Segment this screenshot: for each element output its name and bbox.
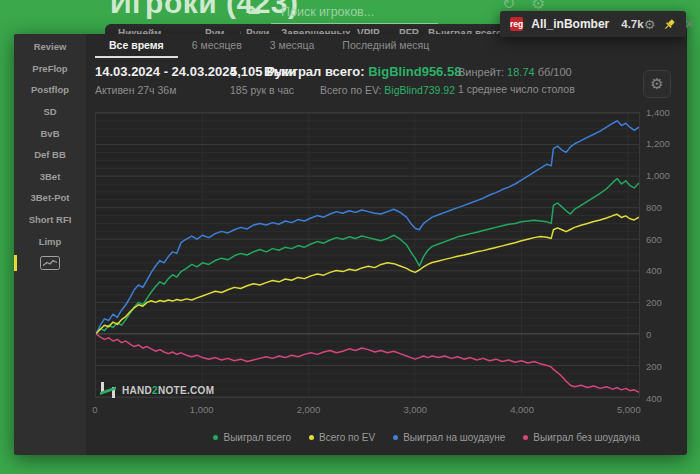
legend-label: Всего по EV [319, 432, 375, 443]
player-popup-header: reg All_inBomber 4.7k ⚙ ✕ [500, 11, 686, 37]
legend-dot-icon [213, 435, 218, 440]
hand2note-logo-icon [100, 382, 116, 398]
active-time: Активен 27ч 36м [95, 84, 237, 96]
sidebar-item-review[interactable]: Review [14, 36, 86, 58]
hand2note-logo: HAND2NOTE.COM [100, 382, 214, 398]
y-axis-labels: 1,4001,2001,0008006004002000200400 [646, 112, 694, 398]
sidebar-item-limp[interactable]: Limp [14, 230, 86, 252]
y-tick-label: 400 [646, 265, 662, 276]
search-box [271, 1, 438, 24]
close-icon[interactable]: ✕ [684, 17, 694, 31]
y-tick-label: 1,000 [646, 170, 670, 181]
popup-gear-icon[interactable]: ⚙ [644, 17, 656, 32]
y-tick-label: 1,200 [646, 138, 670, 149]
sidebar-item-def-bb[interactable]: Def BB [14, 144, 86, 166]
winrate-unit: бб/100 [538, 66, 572, 78]
legend-item-won-nonshowdown[interactable]: Выиграл без шоудауна [523, 432, 640, 443]
legend-label: Выиграл без шоудауна [533, 432, 640, 443]
y-tick-label: 400 [646, 393, 662, 404]
x-axis-labels: 01,0002,0003,0004,0005,000 [95, 404, 640, 418]
stat-winrate: Винрейт: 18.74 бб/100 1 среднее число ст… [458, 66, 575, 95]
legend-dot-icon [523, 435, 528, 440]
legend: Выиграл всегоВсего по EVВыиграл на шоуда… [95, 432, 640, 443]
legend-item-won-total[interactable]: Выиграл всего [213, 432, 291, 443]
x-tick-label: 3,000 [390, 404, 440, 415]
player-hands-count: 4.7k [621, 18, 643, 30]
won-total-value: BigBlind956.58 [368, 64, 461, 79]
legend-label: Выиграл на шоудауне [403, 432, 505, 443]
date-range: 14.03.2024 - 24.03.2024 [95, 64, 237, 79]
sidebar-item-3bet-pot[interactable]: 3Bet-Pot [14, 187, 86, 209]
y-tick-label: 0 [646, 329, 651, 340]
graph-icon [40, 256, 60, 270]
tab-3[interactable]: 3 месяца [256, 34, 329, 58]
sidebar-item-short-rfi[interactable]: Short RFI [14, 209, 86, 231]
ev-label: Всего по EV: [320, 84, 381, 96]
won-total-label: Выиграл всего: [264, 64, 365, 79]
legend-item-ev-total[interactable]: Всего по EV [309, 432, 375, 443]
sidebar-item-postflop[interactable]: Postflop [14, 79, 86, 101]
y-tick-label: 600 [646, 234, 662, 245]
legend-label: Выиграл всего [223, 432, 291, 443]
avg-tables: 1 среднее число столов [458, 83, 575, 95]
tab-4[interactable]: Последний месяц [328, 34, 443, 58]
y-tick-label: 800 [646, 202, 662, 213]
player-name: All_inBomber [531, 17, 609, 31]
chart-svg [96, 113, 639, 397]
tab-2[interactable]: 6 месяцев [178, 34, 256, 58]
tab-1-active[interactable]: Все время [95, 34, 178, 58]
y-tick-label: 200 [646, 297, 662, 308]
legend-item-won-showdown[interactable]: Выиграл на шоудауне [393, 432, 505, 443]
x-tick-label: 1,000 [177, 404, 227, 415]
y-tick-label: 1,400 [646, 107, 670, 118]
sidebar: ReviewPreFlopPostflopSDBvBDef BB3Bet3Bet… [14, 34, 86, 455]
stat-date-range: 14.03.2024 - 24.03.2024 Активен 27ч 36м [95, 64, 237, 96]
y-tick-label: 200 [646, 361, 662, 372]
sidebar-item-graph[interactable] [14, 252, 86, 274]
series-ev-total [96, 214, 639, 334]
legend-dot-icon [393, 435, 398, 440]
ev-value: BigBlind739.92 [384, 84, 455, 96]
sidebar-list: ReviewPreFlopPostflopSDBvBDef BB3Bet3Bet… [14, 36, 86, 274]
x-tick-label: 4,000 [497, 404, 547, 415]
player-type-badge: reg [510, 17, 523, 31]
title-dropdown-caret-icon[interactable] [248, 7, 260, 14]
chart-plot [95, 112, 640, 398]
pin-icon[interactable] [663, 18, 676, 31]
stat-winnings: Выиграл всего: BigBlind956.58 Всего по E… [264, 64, 455, 96]
sidebar-item-sd[interactable]: SD [14, 101, 86, 123]
tabs-row: Все время6 месяцев3 месяцаПоследний меся… [86, 34, 687, 58]
legend-dot-icon [309, 435, 314, 440]
hand2note-logo-text: HAND2NOTE.COM [122, 385, 214, 396]
player-detail-panel: ReviewPreFlopPostflopSDBvBDef BB3Bet3Bet… [14, 34, 687, 455]
x-tick-label: 0 [70, 404, 120, 415]
winrate-label: Винрейт: [458, 66, 504, 78]
winrate-value: 18.74 [507, 66, 535, 78]
sidebar-item-3bet[interactable]: 3Bet [14, 166, 86, 188]
x-tick-label: 2,000 [284, 404, 334, 415]
search-input[interactable] [281, 5, 442, 19]
graph-settings-button[interactable]: ⚙ [643, 70, 671, 98]
sidebar-item-preflop[interactable]: PreFlop [14, 58, 86, 80]
sidebar-item-bvb[interactable]: BvB [14, 122, 86, 144]
x-tick-label: 5,000 [604, 404, 654, 415]
